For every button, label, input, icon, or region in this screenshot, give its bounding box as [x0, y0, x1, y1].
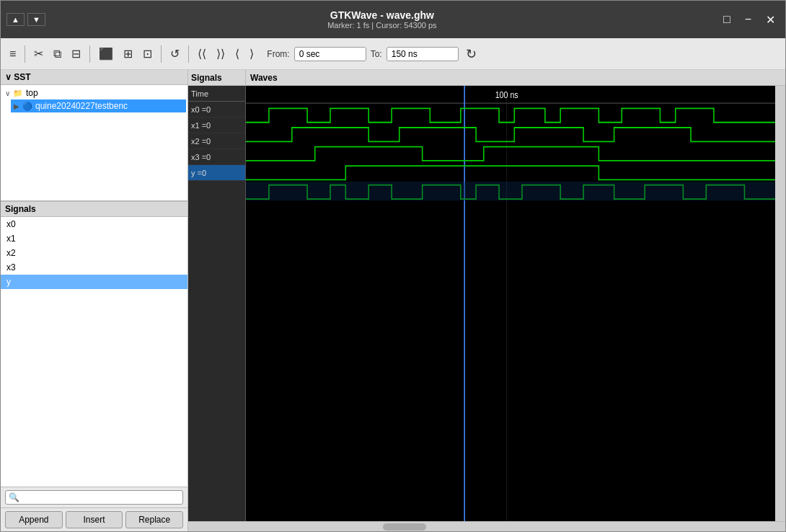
- tree-label-quine: quine20240227testbenc: [35, 101, 128, 111]
- signal-item-x3[interactable]: x3: [1, 260, 187, 275]
- tree-arrow-quine: ▶: [14, 102, 19, 110]
- search-input[interactable]: [22, 492, 180, 502]
- replace-button[interactable]: Replace: [125, 511, 183, 528]
- from-input[interactable]: [294, 47, 366, 61]
- signal-item-x1[interactable]: x1: [1, 231, 187, 246]
- signals-section: Signals x0 x1 x2 x3 y 🔍 App: [1, 201, 187, 531]
- signal-names-col: Time x0 =0 x1 =0 x2 =0 x3 =0 y =0: [188, 86, 246, 521]
- search-bar: 🔍: [1, 487, 187, 507]
- h-scrollbar-thumb[interactable]: [383, 523, 426, 531]
- tree-arrow-top: ∨: [5, 89, 10, 97]
- search-input-wrap: 🔍: [5, 490, 183, 505]
- paste-button[interactable]: ⊟: [69, 45, 84, 62]
- titlebar: ▲ ▼ GTKWave - wave.ghw Marker: 1 fs | Cu…: [1, 1, 785, 38]
- cut-button[interactable]: ✂: [31, 45, 46, 62]
- waves-waves-header: Waves: [246, 70, 785, 85]
- separator-1: [25, 45, 25, 63]
- sst-section: ∨ SST ∨ 📁 top ▶ 🔵 quine20240227testbenc: [1, 70, 187, 201]
- search-icon: 🔍: [9, 492, 19, 502]
- next-button[interactable]: ⟩: [247, 45, 257, 62]
- minimize-button[interactable]: −: [741, 12, 756, 27]
- insert-button[interactable]: Insert: [66, 511, 123, 528]
- last-button[interactable]: ⟩⟩: [213, 45, 228, 62]
- tree-item-quine[interactable]: ▶ 🔵 quine20240227testbenc: [11, 99, 186, 112]
- time-header: Time: [188, 86, 245, 102]
- component-icon-quine: 🔵: [22, 102, 32, 111]
- undo-button[interactable]: ↺: [167, 45, 182, 62]
- arrow-down-button[interactable]: ▼: [27, 13, 45, 26]
- window-title: GTKWave - wave.ghw: [330, 9, 434, 21]
- tree-item-top[interactable]: ∨ 📁 top: [2, 87, 186, 99]
- main-window: ▲ ▼ GTKWave - wave.ghw Marker: 1 fs | Cu…: [0, 0, 786, 532]
- h-scrollbar-right[interactable]: [376, 522, 785, 531]
- h-scrollbar-row: [188, 521, 785, 531]
- prev-button[interactable]: ⟨: [232, 45, 242, 62]
- separator-4: [188, 45, 189, 63]
- arrow-up-button[interactable]: ▲: [6, 13, 25, 26]
- zoom-fit-button[interactable]: ⊞: [120, 45, 136, 62]
- action-buttons: Append Insert Replace: [1, 507, 187, 531]
- svg-rect-0: [246, 86, 775, 521]
- signals-list-header: Signals: [1, 201, 187, 217]
- toolbar: ≡ ✂ ⧉ ⊟ ⬛ ⊞ ⊡ ↺ ⟨⟨ ⟩⟩ ⟨ ⟩ From: To: ↻: [1, 38, 785, 70]
- to-input[interactable]: [387, 47, 459, 61]
- sig-row-x2[interactable]: x2 =0: [188, 133, 245, 149]
- close-button[interactable]: ✕: [761, 12, 780, 28]
- from-to-area: From: To: ↻: [267, 46, 476, 62]
- waveform-svg: 100 ns: [246, 86, 775, 521]
- maximize-button[interactable]: □: [719, 12, 735, 27]
- sst-tree: ∨ 📁 top ▶ 🔵 quine20240227testbenc: [1, 85, 187, 200]
- folder-icon-top: 📁: [13, 89, 23, 98]
- from-label: From:: [267, 49, 289, 59]
- titlebar-left: ▲ ▼: [6, 13, 45, 26]
- waves-signals-header: Signals: [188, 70, 246, 85]
- waves-top: Signals Waves: [188, 70, 785, 86]
- signal-item-y[interactable]: y: [1, 275, 187, 289]
- titlebar-right: □ − ✕: [719, 12, 780, 28]
- sst-header-label: SST: [14, 72, 30, 82]
- right-panel: Signals Waves Time x0 =0 x1 =0 x2 =0 x3 …: [188, 70, 785, 531]
- main-area: ∨ SST ∨ 📁 top ▶ 🔵 quine20240227testbenc: [1, 70, 785, 531]
- separator-3: [161, 45, 162, 63]
- signals-list: x0 x1 x2 x3 y: [1, 217, 187, 487]
- sig-row-x0[interactable]: x0 =0: [188, 102, 245, 118]
- signal-item-x0[interactable]: x0: [1, 217, 187, 231]
- select-all-button[interactable]: ⬛: [96, 45, 116, 62]
- to-label: To:: [371, 49, 382, 59]
- menu-button[interactable]: ≡: [6, 46, 19, 62]
- append-button[interactable]: Append: [5, 511, 63, 528]
- h-scrollbar-left: [188, 522, 376, 531]
- sst-header: ∨ SST: [1, 70, 187, 85]
- signal-item-x2[interactable]: x2: [1, 246, 187, 260]
- copy-button[interactable]: ⧉: [50, 46, 64, 62]
- sig-row-y[interactable]: y =0: [188, 165, 245, 181]
- waves-content: Time x0 =0 x1 =0 x2 =0 x3 =0 y =0 100 ns: [188, 86, 785, 521]
- left-panel: ∨ SST ∨ 📁 top ▶ 🔵 quine20240227testbenc: [1, 70, 188, 531]
- sst-toggle-icon[interactable]: ∨: [5, 72, 14, 82]
- svg-text:100 ns: 100 ns: [495, 90, 518, 99]
- first-button[interactable]: ⟨⟨: [195, 45, 209, 62]
- svg-rect-5: [246, 182, 775, 201]
- separator-2: [89, 45, 90, 63]
- sig-row-x3[interactable]: x3 =0: [188, 149, 245, 165]
- window-subtitle: Marker: 1 fs | Cursor: 54300 ps: [327, 21, 436, 30]
- tree-label-top: top: [26, 88, 38, 98]
- titlebar-center: GTKWave - wave.ghw Marker: 1 fs | Cursor…: [327, 9, 436, 30]
- waveform-area[interactable]: 100 ns: [246, 86, 775, 521]
- sig-row-x1[interactable]: x1 =0: [188, 118, 245, 133]
- v-scrollbar[interactable]: [775, 86, 785, 521]
- refresh-button[interactable]: ↻: [466, 46, 477, 62]
- zoom-range-button[interactable]: ⊡: [140, 45, 155, 62]
